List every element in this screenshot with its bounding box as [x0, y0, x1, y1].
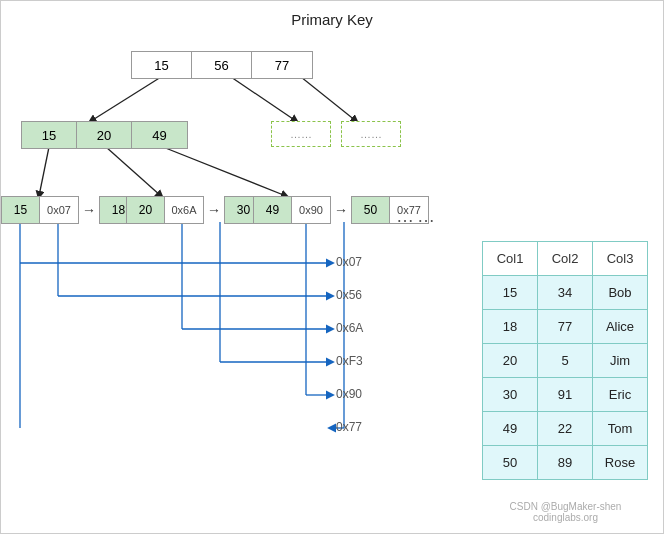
leaf-key-50: 50 — [352, 197, 390, 223]
svg-line-4 — [106, 147, 161, 196]
middle-dots: …… — [396, 206, 438, 227]
table-cell-r3-c0: 30 — [483, 378, 538, 412]
pk-cell-15: 15 — [132, 52, 192, 78]
page-title: Primary Key — [1, 1, 663, 28]
table-row: 4922Tom — [483, 412, 648, 446]
leaf-ptr-0x90: 0x90 — [292, 197, 330, 223]
table-cell-r0-c2: Bob — [593, 276, 648, 310]
col-header-3: Col3 — [593, 242, 648, 276]
leaf-arrow-3: → — [334, 202, 348, 218]
leaf-node-1: 15 0x07 — [1, 196, 79, 224]
svg-line-1 — [231, 77, 296, 121]
dashed-node-1: …… — [271, 121, 331, 147]
table-cell-r5-c1: 89 — [538, 446, 593, 480]
int-cell-20: 20 — [77, 122, 132, 148]
pk-root-node: 15 56 77 — [131, 51, 313, 79]
addr-label-0x56: 0x56 — [336, 288, 362, 302]
table-cell-r2-c1: 5 — [538, 344, 593, 378]
footer-line2: codinglabs.org — [483, 512, 648, 523]
leaf-arrow-1: → — [82, 202, 96, 218]
table-row: 3091Eric — [483, 378, 648, 412]
svg-line-5 — [163, 147, 286, 196]
addr-label-0x90: 0x90 — [336, 387, 362, 401]
table-cell-r3-c1: 91 — [538, 378, 593, 412]
leaf-arrow-2: → — [207, 202, 221, 218]
internal-node: 15 20 49 — [21, 121, 188, 149]
table-cell-r4-c2: Tom — [593, 412, 648, 446]
leaf-key-49: 49 — [254, 197, 292, 223]
col-header-1: Col1 — [483, 242, 538, 276]
leaf-ptr-0x07: 0x07 — [40, 197, 78, 223]
pk-cell-56: 56 — [192, 52, 252, 78]
diagram-arrows — [1, 1, 431, 534]
leaf-ptr-0x6A: 0x6A — [165, 197, 203, 223]
leaf-key-15: 15 — [2, 197, 40, 223]
addr-label-0x07: 0x07 — [336, 255, 362, 269]
leaf-key-20: 20 — [127, 197, 165, 223]
svg-line-0 — [91, 77, 161, 121]
int-cell-49: 49 — [132, 122, 187, 148]
dashed-node-2: …… — [341, 121, 401, 147]
pk-cell-77: 77 — [252, 52, 312, 78]
table-cell-r2-c2: Jim — [593, 344, 648, 378]
svg-line-3 — [39, 147, 49, 196]
table-row: 1534Bob — [483, 276, 648, 310]
footer: CSDN @BugMaker-shen codinglabs.org — [483, 501, 648, 523]
data-table: Col1 Col2 Col3 1534Bob1877Alice205Jim309… — [482, 241, 648, 480]
leaf-node-3: 20 0x6A — [126, 196, 204, 224]
table-cell-r5-c2: Rose — [593, 446, 648, 480]
addr-label-0x6A: 0x6A — [336, 321, 363, 335]
table-cell-r1-c1: 77 — [538, 310, 593, 344]
table-cell-r3-c2: Eric — [593, 378, 648, 412]
addr-label-0x77: 0x77 — [336, 420, 362, 434]
col-header-2: Col2 — [538, 242, 593, 276]
table-cell-r0-c1: 34 — [538, 276, 593, 310]
table-cell-r1-c2: Alice — [593, 310, 648, 344]
page-container: Primary Key — [0, 0, 664, 534]
table-cell-r1-c0: 18 — [483, 310, 538, 344]
table-cell-r4-c1: 22 — [538, 412, 593, 446]
table-row: 1877Alice — [483, 310, 648, 344]
table-cell-r5-c0: 50 — [483, 446, 538, 480]
addr-label-0xF3: 0xF3 — [336, 354, 363, 368]
svg-line-2 — [301, 77, 356, 121]
leaf-node-5: 49 0x90 — [253, 196, 331, 224]
table-cell-r4-c0: 49 — [483, 412, 538, 446]
table-row: 205Jim — [483, 344, 648, 378]
int-cell-15: 15 — [22, 122, 77, 148]
table-cell-r0-c0: 15 — [483, 276, 538, 310]
footer-line1: CSDN @BugMaker-shen — [483, 501, 648, 512]
table-row: 5089Rose — [483, 446, 648, 480]
table-cell-r2-c0: 20 — [483, 344, 538, 378]
